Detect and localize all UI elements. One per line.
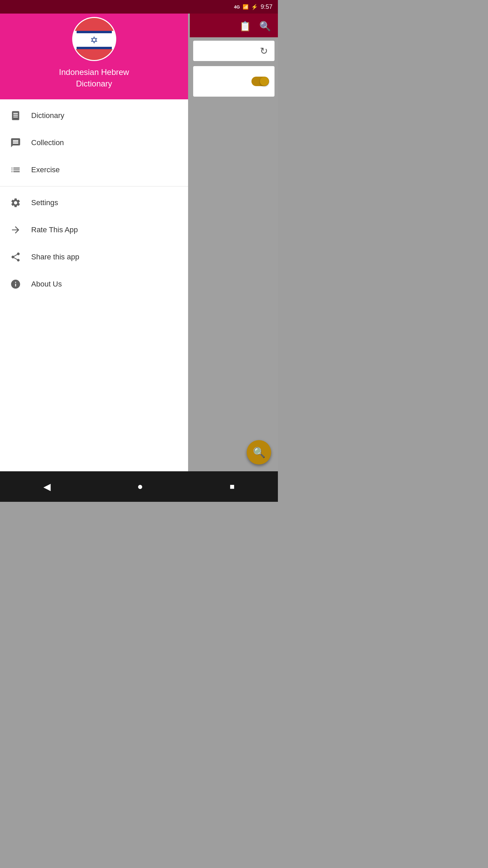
home-button[interactable]: ● [137, 481, 143, 492]
rate-label: Rate This App [31, 225, 78, 234]
recents-button[interactable]: ■ [230, 482, 235, 491]
fab-search-button[interactable]: 🔍 [247, 440, 271, 465]
navigation-drawer: ✡ Indonesian Hebrew Dictionary Dictionar… [0, 0, 188, 502]
app-title: Indonesian Hebrew Dictionary [59, 66, 129, 89]
refresh-icon[interactable]: ↻ [260, 45, 268, 57]
flag-icon: ✡ [72, 17, 116, 61]
toggle-switch[interactable] [251, 77, 269, 86]
settings-icon [9, 197, 22, 209]
drawer-header: ✡ Indonesian Hebrew Dictionary [0, 0, 188, 99]
chat-icon [9, 137, 22, 149]
share-icon [9, 251, 22, 263]
menu-item-settings[interactable]: Settings [0, 189, 188, 216]
toggle-card [193, 66, 274, 97]
back-button[interactable]: ◀ [43, 481, 51, 492]
info-icon [9, 278, 22, 290]
menu-item-exercise[interactable]: Exercise [0, 156, 188, 183]
network-indicator: 4G [234, 4, 240, 9]
search-header-icon[interactable]: 🔍 [259, 21, 271, 32]
clock: 9:57 [261, 3, 272, 11]
menu-item-rate[interactable]: Rate This App [0, 216, 188, 243]
exercise-icon [9, 164, 22, 176]
about-label: About Us [31, 280, 62, 289]
signal-bars-icon: 📶 [243, 4, 248, 9]
collection-label: Collection [31, 138, 64, 147]
app-name-line1: Indonesian Hebrew [59, 67, 129, 77]
status-bar: 4G 📶 ⚡ 9:57 [0, 0, 278, 14]
menu-item-dictionary[interactable]: Dictionary [0, 102, 188, 129]
menu-item-collection[interactable]: Collection [0, 129, 188, 156]
refresh-card: ↻ [193, 41, 274, 61]
menu-item-about[interactable]: About Us [0, 271, 188, 298]
app-name-line2: Dictionary [76, 79, 112, 88]
toggle-knob [260, 77, 269, 86]
exercise-label: Exercise [31, 165, 60, 174]
navigation-bar: ◀ ● ■ [0, 471, 278, 502]
share-label: Share this app [31, 253, 79, 261]
clipboard-icon[interactable]: 📋 [239, 21, 251, 32]
dictionary-label: Dictionary [31, 111, 64, 120]
book-icon [9, 110, 22, 122]
menu-item-share[interactable]: Share this app [0, 243, 188, 271]
battery-icon: ⚡ [251, 4, 258, 10]
menu-divider [0, 186, 188, 186]
drawer-menu: Dictionary Collection Exercise Settings [0, 99, 188, 502]
settings-label: Settings [31, 198, 58, 207]
rate-icon [9, 224, 22, 236]
